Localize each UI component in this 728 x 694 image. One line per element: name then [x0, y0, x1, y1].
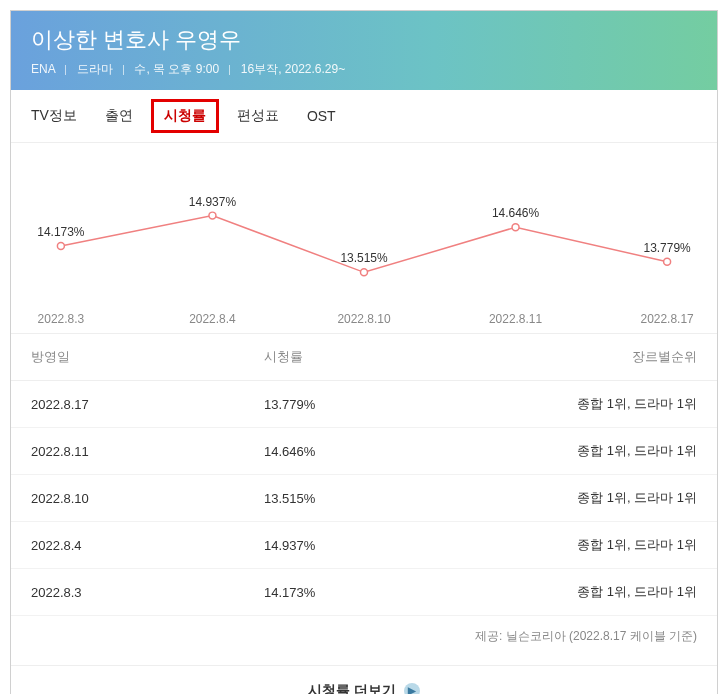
- tab-tvinfo[interactable]: TV정보: [31, 107, 77, 125]
- cell-date: 2022.8.10: [11, 475, 244, 522]
- meta-channel: ENA: [31, 62, 55, 76]
- svg-text:2022.8.4: 2022.8.4: [189, 312, 236, 326]
- tab-ratings[interactable]: 시청률: [151, 99, 219, 133]
- svg-point-0: [57, 243, 64, 250]
- cell-rating: 13.515%: [244, 475, 456, 522]
- svg-text:13.515%: 13.515%: [340, 251, 388, 265]
- more-ratings-button[interactable]: 시청률 더보기 ▶: [11, 665, 717, 694]
- cell-rank: 종합 1위, 드라마 1위: [456, 522, 717, 569]
- more-label: 시청률 더보기: [308, 682, 396, 694]
- ratings-line-chart: 14.173%2022.8.314.937%2022.8.413.515%202…: [21, 163, 707, 333]
- svg-text:2022.8.11: 2022.8.11: [489, 312, 543, 326]
- cell-rank: 종합 1위, 드라마 1위: [456, 381, 717, 428]
- table-row: 2022.8.1114.646%종합 1위, 드라마 1위: [11, 428, 717, 475]
- cell-date: 2022.8.11: [11, 428, 244, 475]
- svg-point-9: [512, 224, 519, 231]
- ratings-table-body: 2022.8.1713.779%종합 1위, 드라마 1위2022.8.1114…: [11, 381, 717, 616]
- tab-cast[interactable]: 출연: [105, 107, 133, 125]
- program-meta: ENA 드라마 수, 목 오후 9:00 16부작, 2022.6.29~: [31, 61, 697, 78]
- cell-rank: 종합 1위, 드라마 1위: [456, 569, 717, 616]
- meta-separator: [123, 65, 124, 75]
- table-row: 2022.8.414.937%종합 1위, 드라마 1위: [11, 522, 717, 569]
- tabs-bar: TV정보 출연 시청률 편성표 OST: [11, 90, 717, 143]
- svg-text:13.779%: 13.779%: [644, 241, 692, 255]
- svg-text:2022.8.3: 2022.8.3: [38, 312, 85, 326]
- cell-rating: 14.173%: [244, 569, 456, 616]
- program-title: 이상한 변호사 우영우: [31, 25, 697, 55]
- chevron-right-icon: ▶: [404, 683, 420, 694]
- svg-text:14.173%: 14.173%: [37, 225, 85, 239]
- table-header-row: 방영일 시청률 장르별순위: [11, 334, 717, 381]
- svg-point-6: [361, 269, 368, 276]
- col-rating: 시청률: [244, 334, 456, 381]
- svg-text:2022.8.17: 2022.8.17: [641, 312, 695, 326]
- table-row: 2022.8.314.173%종합 1위, 드라마 1위: [11, 569, 717, 616]
- svg-text:14.646%: 14.646%: [492, 206, 540, 220]
- svg-text:14.937%: 14.937%: [189, 195, 237, 209]
- meta-separator: [229, 65, 230, 75]
- svg-point-12: [664, 258, 671, 265]
- program-header: 이상한 변호사 우영우 ENA 드라마 수, 목 오후 9:00 16부작, 2…: [11, 11, 717, 90]
- tab-ost[interactable]: OST: [307, 108, 336, 124]
- cell-rank: 종합 1위, 드라마 1위: [456, 428, 717, 475]
- ratings-table: 방영일 시청률 장르별순위 2022.8.1713.779%종합 1위, 드라마…: [11, 333, 717, 616]
- ratings-chart: 14.173%2022.8.314.937%2022.8.413.515%202…: [11, 143, 717, 333]
- svg-point-3: [209, 212, 216, 219]
- program-ratings-card: 이상한 변호사 우영우 ENA 드라마 수, 목 오후 9:00 16부작, 2…: [10, 10, 718, 694]
- cell-date: 2022.8.3: [11, 569, 244, 616]
- meta-schedule: 수, 목 오후 9:00: [134, 62, 219, 76]
- tab-schedule[interactable]: 편성표: [237, 107, 279, 125]
- data-source: 제공: 닐슨코리아 (2022.8.17 케이블 기준): [11, 616, 717, 665]
- cell-rating: 14.937%: [244, 522, 456, 569]
- meta-separator: [65, 65, 66, 75]
- meta-genre: 드라마: [77, 62, 113, 76]
- cell-date: 2022.8.17: [11, 381, 244, 428]
- col-rank: 장르별순위: [456, 334, 717, 381]
- cell-rating: 13.779%: [244, 381, 456, 428]
- svg-text:2022.8.10: 2022.8.10: [337, 312, 391, 326]
- cell-rank: 종합 1위, 드라마 1위: [456, 475, 717, 522]
- table-row: 2022.8.1013.515%종합 1위, 드라마 1위: [11, 475, 717, 522]
- col-date: 방영일: [11, 334, 244, 381]
- cell-rating: 14.646%: [244, 428, 456, 475]
- meta-episodes: 16부작, 2022.6.29~: [241, 62, 345, 76]
- table-row: 2022.8.1713.779%종합 1위, 드라마 1위: [11, 381, 717, 428]
- cell-date: 2022.8.4: [11, 522, 244, 569]
